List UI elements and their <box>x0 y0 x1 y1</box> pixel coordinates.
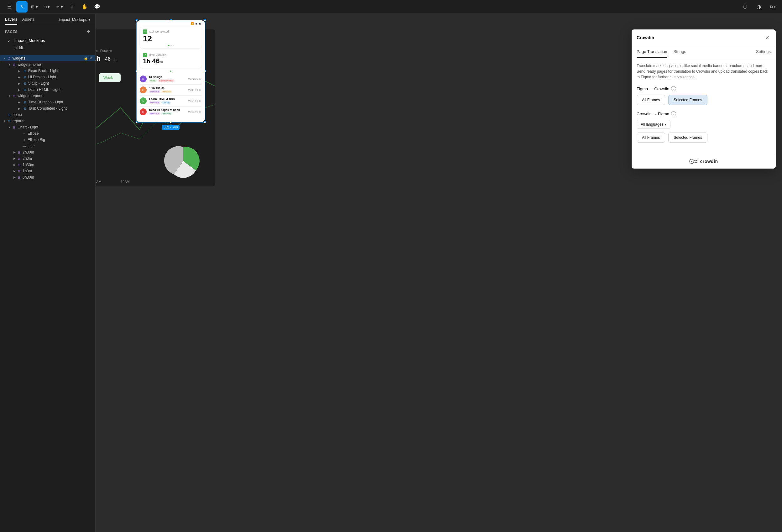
expand-arrow-5[interactable]: ▶ <box>17 100 21 104</box>
crowdin-to-figma-help-icon[interactable]: ? <box>671 111 676 116</box>
layer-1h0m[interactable]: ▶ ⊞ 1h0m <box>0 168 95 174</box>
expand-2h30m-icon[interactable]: ▶ <box>12 150 16 154</box>
layer-task-completed-light[interactable]: ▾ ▶ ⊞ Task Completed - Light <box>0 105 95 111</box>
expand-widgets-reports-icon[interactable]: ▾ <box>7 94 11 98</box>
toolbar: ☰ ↖ ⊞ ▾ □ ▾ ✏ ▾ T ✋ 💬 ⬡ ◑ ⧉ ▾ <box>0 0 782 14</box>
svg-text:1h: 1h <box>96 55 101 62</box>
expand-arrow-4[interactable]: ▶ <box>17 87 21 92</box>
svg-point-10 <box>696 160 698 161</box>
shape-tool-button[interactable]: □ ▾ <box>41 1 52 12</box>
frame-tool-button[interactable]: ⊞ ▾ <box>29 1 40 12</box>
pen-tool-button[interactable]: ✏ ▾ <box>54 1 65 12</box>
contrast-button[interactable]: ◑ <box>753 1 765 12</box>
expand-2h0m-icon[interactable]: ▶ <box>12 157 16 161</box>
crowdin-footer: crowdin <box>632 154 776 169</box>
1h30m-icon: ⊞ <box>17 163 21 167</box>
canvas-area[interactable]: 11AM 12AM Week 1h 46 m Time Duration <box>96 14 782 532</box>
widgets-component-icon: ⬡ <box>7 56 11 61</box>
toolbar-right: ⬡ ◑ ⧉ ▾ <box>739 1 778 12</box>
layer-chart-light[interactable]: ▾ ⊞ Chart - Light <box>0 124 95 130</box>
layer-widgets-home[interactable]: ▾ ⊞ widgets-home <box>0 61 95 68</box>
crowdin-to-figma-buttons: All Frames Selected Frames <box>637 133 771 143</box>
expand-1h30m-icon[interactable]: ▶ <box>12 163 16 167</box>
layer-0h30m[interactable]: ▶ ⊞ 0h30m <box>0 174 95 180</box>
page-item-ui-kit[interactable]: ✓ ui-kit <box>5 44 90 51</box>
expand-1h0m-icon[interactable]: ▶ <box>12 169 16 173</box>
ellipse-big-icon: ○ <box>22 138 26 142</box>
layer-reports[interactable]: ▾ ⊞ reports <box>0 118 95 124</box>
expand-chart-light-icon[interactable]: ▾ <box>7 125 11 129</box>
layer-time-duration-light[interactable]: ▾ ▶ ⊞ Time Duration - Light <box>0 99 95 105</box>
layer-label-home: home <box>12 112 95 117</box>
tab-strings[interactable]: Strings <box>674 46 686 58</box>
expand-arrow-6[interactable]: ▶ <box>17 106 21 111</box>
ellipse-icon: ○ <box>22 131 26 136</box>
expand-widgets-icon[interactable]: ▾ <box>2 57 6 60</box>
crowdin-all-frames-button[interactable]: All Frames <box>637 133 665 143</box>
figma-selected-frames-button[interactable]: Selected Frames <box>668 95 707 105</box>
tab-page-translation[interactable]: Page Translation <box>637 46 667 58</box>
layer-ui-design-light[interactable]: ▾ ▶ ⊞ UI Design - Light <box>0 74 95 80</box>
layer-label-reports: reports <box>12 119 95 123</box>
crowdin-tabs: Page Translation Strings Settings <box>632 46 776 58</box>
text-tool-button[interactable]: T <box>66 1 78 12</box>
layer-2h30m[interactable]: ▶ ⊞ 2h30m <box>0 149 95 155</box>
page-item-impact[interactable]: ✓ impact_Mockups <box>5 37 90 44</box>
expand-arrow-3[interactable]: ▶ <box>17 81 21 85</box>
crowdin-logo-text: crowdin <box>700 159 718 164</box>
select-tool-button[interactable]: ↖ <box>16 1 28 12</box>
activity-dot-ui: D <box>140 75 147 82</box>
add-page-button[interactable]: + <box>87 29 90 34</box>
eye-icon[interactable]: 👁 <box>89 57 93 61</box>
time-label: Time Duration <box>148 53 166 57</box>
expand-arrow-2[interactable]: ▶ <box>17 75 21 79</box>
tab-assets[interactable]: Assets <box>22 17 34 25</box>
layers-button[interactable]: ⧉ ▾ <box>767 1 778 12</box>
file-name-label: impact_Mockups ▾ <box>59 17 90 25</box>
layer-ellipse[interactable]: ▾ ○ Ellipse <box>0 130 95 137</box>
crowdin-description: Translate marketing visuals, like social… <box>637 63 771 80</box>
expand-arrow-1[interactable]: ▶ <box>17 69 21 73</box>
crowdin-close-button[interactable]: ✕ <box>763 34 771 41</box>
crowdin-selected-frames-button[interactable]: Selected Frames <box>668 133 707 143</box>
expand-widgets-home-icon[interactable]: ▾ <box>7 63 11 66</box>
layer-read-book-light[interactable]: ▾ ▶ ⊞ Read Book - Light <box>0 68 95 74</box>
layers-section: ▾ ⬡ widgets 🔒 👁 ▾ ⊞ widgets-home ▾ ▶ ⊞ R… <box>0 54 95 532</box>
layer-label-widgets-home: widgets-home <box>17 62 95 67</box>
layer-label-task-completed: Task Completed - Light <box>28 106 95 111</box>
layer-widgets-reports[interactable]: ▾ ⊞ widgets-reports <box>0 93 95 99</box>
layer-ellipse-big[interactable]: ▾ ○ Ellipse Big <box>0 137 95 143</box>
tab-settings[interactable]: Settings <box>756 46 771 58</box>
plugin-button[interactable]: ⬡ <box>739 1 751 12</box>
layer-situp-light[interactable]: ▾ ▶ ⊞ SitUp - Light <box>0 80 95 86</box>
figma-all-frames-button[interactable]: All Frames <box>637 95 665 105</box>
expand-0h30m-icon[interactable]: ▶ <box>12 175 16 179</box>
comment-tool-button[interactable]: 💬 <box>92 1 103 12</box>
menu-button[interactable]: ☰ <box>4 1 15 12</box>
tab-layers[interactable]: Layers <box>5 17 17 25</box>
layer-line[interactable]: ▾ — Line <box>0 143 95 149</box>
2h0m-icon: ⊞ <box>17 156 21 161</box>
svg-point-11 <box>696 162 698 163</box>
layer-1h30m[interactable]: ▶ ⊞ 1h30m <box>0 162 95 168</box>
chart-light-component-icon: ⊞ <box>12 125 16 130</box>
task-label: Task Completed <box>148 30 169 33</box>
hand-tool-button[interactable]: ✋ <box>79 1 90 12</box>
0h30m-icon: ⊞ <box>17 175 21 180</box>
expand-reports-icon[interactable]: ▾ <box>2 119 6 123</box>
read-book-frame-icon: ⊞ <box>23 69 27 73</box>
layer-learn-html-light[interactable]: ▾ ▶ ⊞ Learn HTML - Light <box>0 86 95 93</box>
layer-widgets[interactable]: ▾ ⬡ widgets 🔒 👁 <box>0 55 95 61</box>
time-duration-frame-icon: ⊞ <box>23 100 27 104</box>
activity-list: D UI Design Work Rasion Project 00:42:21… <box>140 74 202 117</box>
layer-label-widgets: widgets <box>12 56 84 61</box>
svg-text:Time Duration: Time Duration <box>96 49 112 52</box>
layer-home[interactable]: ▾ ⊞ home <box>0 111 95 118</box>
layer-label-1h30m: 1h30m <box>23 163 95 167</box>
figma-to-crowdin-help-icon[interactable]: ? <box>671 86 676 91</box>
all-languages-dropdown[interactable]: All languages ▾ <box>637 120 671 129</box>
activity-dot-read: R <box>140 108 147 115</box>
layer-2h0m[interactable]: ▶ ⊞ 2h0m <box>0 155 95 162</box>
crowdin-to-figma-header: Crowdin → Figma ? <box>637 111 771 116</box>
widgets-reports-icon: ⊞ <box>12 94 16 98</box>
